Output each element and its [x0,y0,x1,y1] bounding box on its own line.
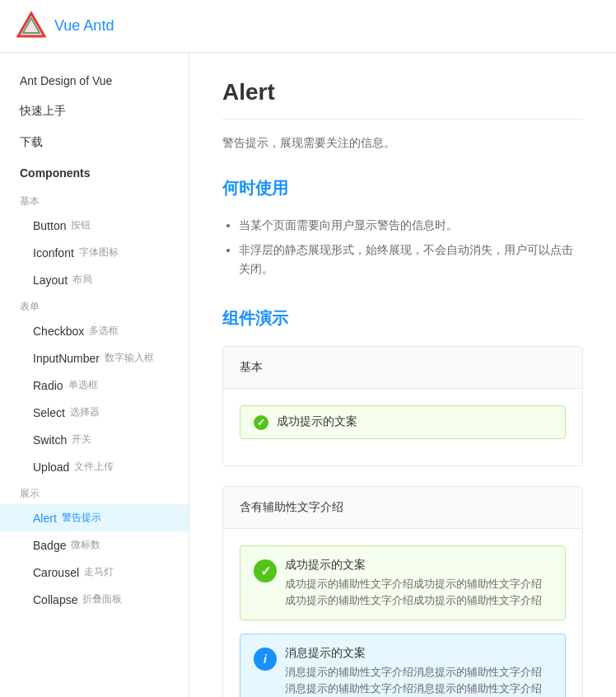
sidebar-item-checkbox-label: Checkbox [33,325,84,338]
demo-card-with-desc: 含有辅助性文字介绍 ✓ 成功提示的文案 成功提示的辅助性文字介绍成功提示的辅助性… [222,486,583,697]
sidebar-item-switch-label: Switch [33,433,67,447]
sidebar-item-alert-label: Alert [33,512,57,525]
alert-success-message: 成功提示的文案 [277,414,357,429]
sidebar-item-badge[interactable]: Badge 微标数 [0,531,189,559]
vue-logo-icon [16,12,46,41]
sidebar-item-radio[interactable]: Radio 单选框 [0,372,189,399]
alert-success-desc: 成功提示的辅助性文字介绍成功提示的辅助性文字介绍成功提示的辅助性文字介绍成功提示… [285,576,552,608]
alert-success-title: 成功提示的文案 [285,558,552,573]
logo[interactable]: Vue Antd [16,12,114,41]
sidebar-item-alert-sublabel: 警告提示 [62,511,101,525]
sidebar-item-select[interactable]: Select 选择器 [0,399,189,426]
demo-title: 组件演示 [222,307,583,330]
sidebar-item-switch-sublabel: 开关 [72,433,91,447]
sidebar-item-inputnumber-sublabel: 数字输入框 [105,351,154,365]
app-title: Vue Antd [54,17,114,35]
sidebar-item-radio-sublabel: 单选框 [68,378,98,392]
sidebar-item-inputnumber-label: InputNumber [33,352,100,365]
sidebar-section-components: Components [0,158,189,188]
sidebar-item-upload-label: Upload [33,461,69,474]
sidebar-item-checkbox-sublabel: 多选框 [89,324,119,338]
sidebar-section-display-title: 展示 [0,480,189,504]
sidebar-item-checkbox[interactable]: Checkbox 多选框 [0,317,189,344]
alert-success-basic: ✓ 成功提示的文案 [240,405,566,439]
list-item: 非浮层的静态展现形式，始终展现，不会自动消失，用户可以点击关闭。 [239,237,583,281]
app-header: Vue Antd [0,0,616,53]
sidebar-item-select-label: Select [33,406,65,419]
sidebar-item-radio-label: Radio [33,379,63,392]
sidebar-item-download[interactable]: 下载 [0,127,189,158]
svg-marker-2 [18,13,44,36]
sidebar-item-collapse-sublabel: 折叠面板 [82,592,122,606]
sidebar-item-badge-label: Badge [33,539,66,552]
sidebar-item-carousel-sublabel: 走马灯 [84,565,114,579]
sidebar-item-button[interactable]: Button 按钮 [0,212,189,239]
demo-card-basic-header: 基本 [223,347,582,389]
demo-card-with-desc-header: 含有辅助性文字介绍 [223,487,582,529]
sidebar-item-switch[interactable]: Switch 开关 [0,426,189,453]
sidebar-item-layout-sublabel: 布局 [72,273,92,287]
alert-info-with-desc: i 消息提示的文案 消息提示的辅助性文字介绍消息提示的辅助性文字介绍消息提示的辅… [240,634,566,697]
sidebar-section-basic-title: 基本 [0,188,189,212]
sidebar-item-carousel-label: Carousel [33,566,79,579]
sidebar-section-form-title: 表单 [0,293,189,317]
sidebar: Ant Design of Vue 快速上手 下载 Components 基本 … [0,53,189,697]
sidebar-item-badge-sublabel: 微标数 [71,538,100,552]
title-divider [222,119,583,119]
list-item: 当某个页面需要向用户显示警告的信息时。 [239,213,583,237]
info-big-icon: i [254,648,277,671]
sidebar-item-select-sublabel: 选择器 [70,405,100,419]
sidebar-item-iconfont-sublabel: 字体图标 [79,246,119,260]
alert-info-title: 消息提示的文案 [285,646,552,661]
alert-info-desc: 消息提示的辅助性文字介绍消息提示的辅助性文字介绍消息提示的辅助性文字介绍消息提示… [285,664,552,696]
sidebar-item-layout[interactable]: Layout 布局 [0,266,189,293]
sidebar-item-layout-label: Layout [33,274,68,287]
success-icon: ✓ [254,415,268,430]
page-description: 警告提示，展现需要关注的信息。 [222,136,583,151]
sidebar-item-ant-design-of-vue[interactable]: Ant Design of Vue [0,66,189,96]
sidebar-item-button-sublabel: 按钮 [71,218,91,232]
demo-card-basic: 基本 ✓ 成功提示的文案 [222,346,583,466]
sidebar-item-alert[interactable]: Alert 警告提示 [0,504,189,531]
sidebar-item-iconfont[interactable]: Iconfont 字体图标 [0,239,189,266]
sidebar-item-upload[interactable]: Upload 文件上传 [0,453,189,480]
demo-card-with-desc-body: ✓ 成功提示的文案 成功提示的辅助性文字介绍成功提示的辅助性文字介绍成功提示的辅… [223,529,582,697]
when-to-use-title: 何时使用 [222,177,583,199]
alert-info-content: 消息提示的文案 消息提示的辅助性文字介绍消息提示的辅助性文字介绍消息提示的辅助性… [285,646,552,696]
sidebar-item-collapse[interactable]: Collapse 折叠面板 [0,586,189,613]
page-title: Alert [222,79,583,105]
sidebar-item-collapse-label: Collapse [33,593,77,606]
sidebar-item-upload-sublabel: 文件上传 [74,460,114,474]
sidebar-item-quick-start[interactable]: 快速上手 [0,96,189,127]
alert-success-content: 成功提示的文案 成功提示的辅助性文字介绍成功提示的辅助性文字介绍成功提示的辅助性… [285,558,552,608]
main-layout: Ant Design of Vue 快速上手 下载 Components 基本 … [0,53,616,697]
alert-success-with-desc: ✓ 成功提示的文案 成功提示的辅助性文字介绍成功提示的辅助性文字介绍成功提示的辅… [240,545,566,620]
when-to-use-list: 当某个页面需要向用户显示警告的信息时。 非浮层的静态展现形式，始终展现，不会自动… [222,213,583,281]
sidebar-item-iconfont-label: Iconfont [33,246,74,260]
sidebar-item-carousel[interactable]: Carousel 走马灯 [0,559,189,586]
main-content: Alert 警告提示，展现需要关注的信息。 何时使用 当某个页面需要向用户显示警… [189,53,616,697]
demo-card-basic-body: ✓ 成功提示的文案 [223,389,582,465]
sidebar-item-button-label: Button [33,219,66,232]
sidebar-item-inputnumber[interactable]: InputNumber 数字输入框 [0,344,189,372]
success-big-icon: ✓ [254,559,277,582]
